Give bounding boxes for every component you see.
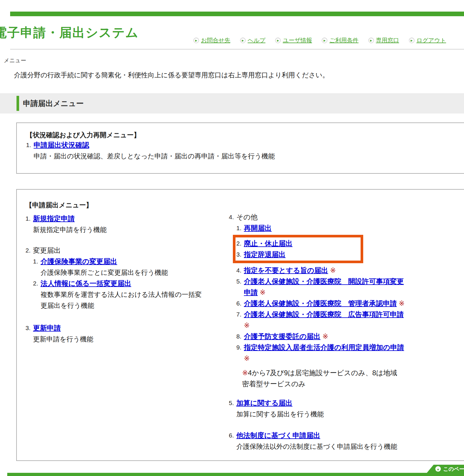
link-resume-notification[interactable]: 再開届出	[244, 224, 272, 232]
list-item: 9. 指定特定施設入居者生活介護の利用定員増加の申請 ※	[236, 342, 432, 364]
item-number: 1.	[25, 213, 33, 224]
asterisk-mark: ※	[330, 266, 336, 274]
header-link-dedicated-window[interactable]: ▶専用窓口	[368, 36, 399, 44]
item-number: 1.	[26, 140, 34, 151]
header-link-logout[interactable]: ▶ログアウト	[409, 36, 446, 44]
asterisk-mark: ※	[322, 332, 328, 340]
header-link-label: ヘルプ	[248, 36, 265, 44]
header-link-contact[interactable]: ▶お問合せ先	[193, 36, 230, 44]
item-number: 1.	[236, 223, 244, 234]
page: 電子申請・届出システム ▶お問合せ先 ▶ヘルプ ▶ユーザ情報 ▶ご利用条件 ▶専…	[0, 0, 464, 476]
item-description: 更新申請を行う機能	[33, 334, 195, 345]
list-item: 7. 介護老人保健施設・介護医療院 広告事項許可申請 ※	[236, 309, 432, 331]
link-other-law-application[interactable]: 他法制度に基づく申請届出	[236, 430, 320, 441]
link-care-insurance-change[interactable]: 介護保険事業の変更届出	[41, 256, 117, 267]
item-description: 新規指定申請を行う機能	[33, 224, 195, 235]
header-link-label: ユーザ情報	[283, 36, 312, 44]
asterisk-mark: ※	[244, 354, 250, 362]
item-description: 複数事業所を運営する法人における法人情報の一括変更届出を行う機能	[41, 289, 203, 311]
item-number: 4.	[236, 265, 244, 276]
link-designation-decline-notification[interactable]: 指定辞退届出	[244, 250, 286, 258]
header-link-label: 専用窓口	[376, 36, 399, 44]
header-link-label: お問合せ先	[201, 36, 230, 44]
list-item: 4. その他	[229, 212, 432, 223]
play-circle-icon: ▶	[322, 38, 327, 43]
application-menu-panel: 【申請届出メニュー】 1. 新規指定申請 新規指定申請を行う機能 2. 変更届出…	[16, 189, 464, 461]
list-item: 5. 加算に関する届出	[229, 398, 432, 409]
link-abolition-suspension-notification[interactable]: 廃止・休止届出	[244, 239, 293, 247]
status-menu-heading: 【状況確認および入力再開メニュー】	[26, 131, 464, 140]
list-item: 2. 変更届出	[25, 245, 222, 256]
item-number: 6.	[236, 298, 244, 309]
link-facility-advertising-permit-application[interactable]: 介護老人保健施設・介護医療院 広告事項許可申請	[244, 310, 404, 318]
item-description: 介護保険事業所ごとに変更届出を行う機能	[41, 267, 203, 278]
link-addition-notification[interactable]: 加算に関する届出	[236, 398, 293, 409]
play-circle-icon: ▶	[409, 38, 414, 43]
notice-text: 介護分野の行政手続に関する簡素化・利便性向上に係る要望専用窓口は右上専用窓口より…	[14, 71, 329, 80]
group-label-change-notification: 変更届出	[33, 245, 61, 256]
list-item: 5. 介護老人保健施設・介護医療院 開設許可事項変更申請 ※	[236, 276, 432, 298]
menu-column-left: 【申請届出メニュー】 1. 新規指定申請 新規指定申請を行う機能 2. 変更届出…	[25, 201, 222, 345]
play-circle-icon: ▶	[193, 38, 199, 43]
list-item: 4. 指定を不要とする旨の届出 ※	[236, 265, 432, 276]
asterisk-mark: ※	[399, 299, 405, 307]
item-description: 介護保険法以外の法制度に基づく申請届出を行う機能	[236, 441, 432, 452]
header-link-terms[interactable]: ▶ご利用条件	[322, 36, 358, 44]
list-item: 8. 介護予防支援委託の届出 ※	[236, 331, 432, 342]
list-item: 1. 申請届出状況確認	[26, 140, 464, 151]
list-item: 1. 再開届出	[236, 223, 432, 234]
link-capacity-increase-application[interactable]: 指定特定施設入居者生活介護の利用定員増加の申請	[244, 343, 404, 351]
green-accent-bar	[17, 96, 19, 111]
item-number: 7.	[236, 309, 244, 331]
breadcrumb: メニュー	[4, 57, 26, 64]
item-number: 2.	[25, 245, 33, 256]
link-corporate-bulk-change[interactable]: 法人情報に係る一括変更届出	[41, 278, 131, 289]
list-item: 3. 指定辞退届出	[236, 249, 361, 260]
asterisk-mark: ※	[260, 288, 266, 296]
up-arrow-icon: ▲	[435, 466, 441, 472]
link-status-check[interactable]: 申請届出状況確認	[34, 140, 89, 151]
list-item: 1. 新規指定申請	[25, 213, 222, 224]
list-item: 6. 介護老人保健施設・介護医療院 管理者承認申請 ※	[236, 298, 432, 309]
item-number: 1.	[33, 256, 41, 267]
asterisk-mark: ※	[242, 369, 248, 377]
highlight-annotation-box: 2. 廃止・休止届出 3. 指定辞退届出	[233, 235, 363, 263]
item-number: 9.	[236, 342, 244, 364]
header-link-label: ログアウト	[416, 36, 446, 44]
header-nav: ▶お問合せ先 ▶ヘルプ ▶ユーザ情報 ▶ご利用条件 ▶専用窓口 ▶ログアウト	[193, 36, 446, 44]
link-facility-permit-change-application[interactable]: 介護老人保健施設・介護医療院 開設許可事項変更申請	[244, 277, 404, 296]
item-number: 3.	[236, 249, 244, 260]
back-to-top-label: このページのトップ	[443, 466, 464, 473]
status-menu-panel: 【状況確認および入力再開メニュー】 1. 申請届出状況確認 申請・届出の状況確認…	[16, 122, 464, 174]
play-circle-icon: ▶	[240, 38, 246, 43]
bottom-accent-bar	[7, 473, 464, 476]
item-description: 加算に関する届出を行う機能	[236, 409, 432, 420]
item-number: 8.	[236, 331, 244, 342]
change-notification-sublist: 1. 介護保険事業の変更届出 介護保険事業所ごとに変更届出を行う機能 2. 法人…	[33, 256, 222, 311]
page-title: 電子申請・届出システム	[0, 24, 139, 41]
others-sublist: 1. 再開届出 2. 廃止・休止届出 3. 指定辞退届出 4. 指定を不要とする	[236, 223, 432, 389]
list-item: 1. 介護保険事業の変更届出	[33, 256, 222, 267]
footnote-text: 4から7及び9は居宅施設サービスのみ、8は地域密着型サービスのみ	[242, 369, 397, 388]
link-preventive-support-consignment-notification[interactable]: 介護予防支援委託の届出	[244, 332, 321, 340]
header-link-user-info[interactable]: ▶ユーザ情報	[275, 36, 312, 44]
item-number: 3.	[25, 323, 33, 334]
link-renewal-application[interactable]: 更新申請	[33, 323, 61, 334]
item-number: 5.	[229, 398, 236, 409]
list-item: 6. 他法制度に基づく申請届出	[229, 430, 432, 441]
item-number: 2.	[33, 278, 41, 289]
group-label-others: その他	[236, 212, 257, 223]
back-to-top-button[interactable]: ▲ このページのトップ	[427, 465, 464, 473]
header-link-label: ご利用条件	[329, 36, 358, 44]
item-number: 6.	[229, 430, 236, 441]
link-facility-manager-approval-application[interactable]: 介護老人保健施設・介護医療院 管理者承認申請	[244, 299, 397, 307]
link-new-designation[interactable]: 新規指定申請	[33, 213, 75, 224]
header-divider	[10, 49, 464, 50]
item-number: 2.	[236, 238, 244, 249]
link-designation-unnecessary-notification[interactable]: 指定を不要とする旨の届出	[244, 266, 328, 274]
footnote: ※4から7及び9は居宅施設サービスのみ、8は地域密着型サービスのみ	[242, 367, 401, 389]
menu-column-right: 4. その他 1. 再開届出 2. 廃止・休止届出 3. 指定辞退届出	[229, 212, 432, 452]
asterisk-mark: ※	[244, 321, 250, 329]
header-link-help[interactable]: ▶ヘルプ	[240, 36, 265, 44]
item-number: 4.	[229, 212, 236, 223]
